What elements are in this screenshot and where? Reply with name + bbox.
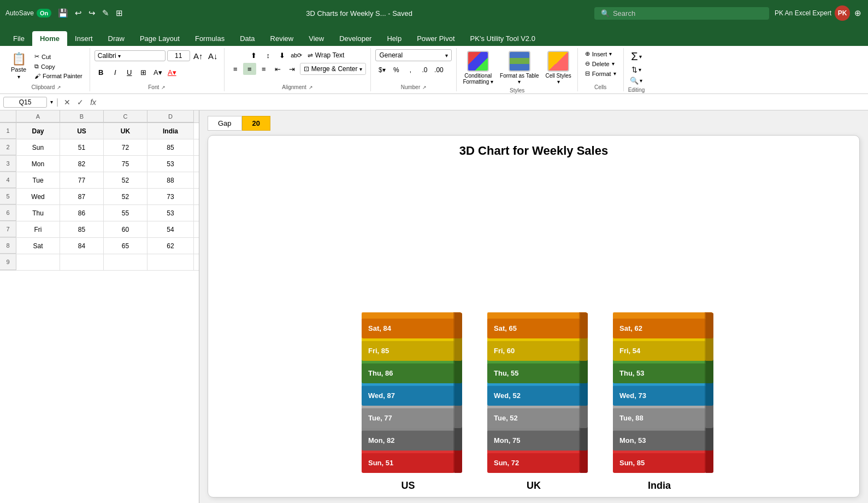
cell-uk-mon[interactable]: 75 bbox=[104, 156, 147, 172]
increase-indent-button[interactable]: ⇥ bbox=[286, 63, 299, 75]
cell-day-tue[interactable]: Tue bbox=[16, 172, 60, 188]
cell-day-sat[interactable]: Sat bbox=[16, 238, 60, 254]
number-format-dropdown[interactable]: General ▾ bbox=[375, 49, 452, 61]
paste-button[interactable]: 📋 Paste ▾ bbox=[8, 51, 29, 81]
tab-file[interactable]: File bbox=[5, 31, 32, 46]
font-expand-icon[interactable]: ↗ bbox=[161, 85, 166, 90]
insert-button[interactable]: ⊕ Insert ▾ bbox=[582, 49, 619, 59]
number-expand-icon[interactable]: ↗ bbox=[422, 85, 427, 90]
font-size-input[interactable]: 11 bbox=[167, 50, 190, 61]
percent-button[interactable]: % bbox=[389, 65, 403, 75]
font-name-dropdown[interactable]: Calibri ▾ bbox=[95, 50, 166, 61]
cell-ref-dropdown-icon[interactable]: ▾ bbox=[50, 99, 53, 105]
font-shrink-button[interactable]: A↓ bbox=[206, 49, 220, 62]
cell-uk-sun[interactable]: 72 bbox=[104, 139, 147, 155]
header-day[interactable]: Day bbox=[16, 123, 60, 139]
gap-tab[interactable]: Gap bbox=[208, 116, 242, 131]
currency-button[interactable]: $▾ bbox=[375, 65, 388, 75]
header-india[interactable]: India bbox=[147, 123, 194, 139]
formula-confirm-button[interactable]: ✓ bbox=[75, 97, 86, 108]
tab-help[interactable]: Help bbox=[379, 31, 409, 46]
find-select-button[interactable]: 🔍 ▾ bbox=[629, 75, 643, 86]
cell-day-fri[interactable]: Fri bbox=[16, 221, 60, 237]
formula-fx-button[interactable]: fx bbox=[88, 97, 98, 108]
cell-uk-fri[interactable]: 60 bbox=[104, 221, 147, 237]
increase-decimal-button[interactable]: .00 bbox=[432, 65, 445, 75]
align-middle-button[interactable]: ↕ bbox=[262, 49, 275, 61]
empty-cell[interactable] bbox=[147, 254, 194, 270]
cell-day-mon[interactable]: Mon bbox=[16, 156, 60, 172]
border-button[interactable]: ⊞ bbox=[137, 66, 150, 79]
cell-india-thu[interactable]: 53 bbox=[147, 205, 194, 221]
align-left-button[interactable]: ≡ bbox=[229, 63, 242, 75]
redo-icon[interactable]: ↪ bbox=[87, 7, 97, 19]
tab-data[interactable]: Data bbox=[232, 31, 262, 46]
user-avatar[interactable]: PK bbox=[835, 5, 850, 21]
merge-center-button[interactable]: ⊡ Merge & Center ▾ bbox=[300, 63, 367, 75]
italic-button[interactable]: I bbox=[109, 66, 122, 79]
cell-reference-box[interactable]: Q15 bbox=[3, 97, 47, 108]
delete-button[interactable]: ⊖ Delete ▾ bbox=[582, 59, 619, 68]
cell-india-fri[interactable]: 54 bbox=[147, 221, 194, 237]
twenty-tab[interactable]: 20 bbox=[242, 116, 270, 131]
cell-us-tue[interactable]: 77 bbox=[60, 172, 104, 188]
cell-day-thu[interactable]: Thu bbox=[16, 205, 60, 221]
format-painter-button[interactable]: 🖌 Format Painter bbox=[32, 72, 85, 80]
cell-india-mon[interactable]: 53 bbox=[147, 156, 194, 172]
undo-icon[interactable]: ↩ bbox=[74, 7, 83, 19]
copy-button[interactable]: ⧉ Copy bbox=[32, 62, 85, 71]
format-as-table-button[interactable]: Format as Table ▾ bbox=[498, 49, 541, 86]
customize-icon[interactable]: ✎ bbox=[101, 7, 110, 19]
align-bottom-button[interactable]: ⬇ bbox=[276, 49, 289, 61]
empty-cell[interactable] bbox=[16, 254, 60, 270]
search-box[interactable]: 🔍 Search bbox=[594, 7, 769, 20]
tab-formulas[interactable]: Formulas bbox=[187, 31, 232, 46]
sum-button[interactable]: Σ ▾ bbox=[630, 49, 642, 64]
cell-us-thu[interactable]: 86 bbox=[60, 205, 104, 221]
tab-review[interactable]: Review bbox=[263, 31, 302, 46]
tab-page-layout[interactable]: Page Layout bbox=[132, 31, 187, 46]
cell-us-wed[interactable]: 87 bbox=[60, 189, 104, 204]
tab-developer[interactable]: Developer bbox=[332, 31, 379, 46]
cell-us-sat[interactable]: 84 bbox=[60, 238, 104, 254]
conditional-formatting-button[interactable]: ConditionalFormatting ▾ bbox=[461, 49, 495, 86]
cell-uk-tue[interactable]: 52 bbox=[104, 172, 147, 188]
header-uk[interactable]: UK bbox=[104, 123, 147, 139]
align-top-button[interactable]: ⬆ bbox=[247, 49, 261, 61]
header-us[interactable]: US bbox=[60, 123, 104, 139]
cell-us-mon[interactable]: 82 bbox=[60, 156, 104, 172]
cell-day-wed[interactable]: Wed bbox=[16, 189, 60, 204]
alignment-expand-icon[interactable]: ↗ bbox=[309, 85, 313, 90]
text-angle-button[interactable]: ab⟳ bbox=[290, 49, 303, 61]
sort-filter-button[interactable]: ⇅ ▾ bbox=[630, 65, 642, 75]
bold-button[interactable]: B bbox=[95, 66, 108, 79]
cell-uk-thu[interactable]: 55 bbox=[104, 205, 147, 221]
comma-button[interactable]: , bbox=[404, 65, 417, 75]
font-color-button[interactable]: A▾ bbox=[166, 66, 179, 79]
decrease-decimal-button[interactable]: .0 bbox=[418, 65, 431, 75]
share-icon[interactable]: ⊕ bbox=[853, 7, 863, 19]
decrease-indent-button[interactable]: ⇤ bbox=[271, 63, 285, 75]
format-button[interactable]: ⊟ Format ▾ bbox=[582, 69, 619, 78]
clipboard-expand-icon[interactable]: ↗ bbox=[57, 85, 61, 90]
empty-cell[interactable] bbox=[104, 254, 147, 270]
tab-power-pivot[interactable]: Power Pivot bbox=[409, 31, 462, 46]
tab-view[interactable]: View bbox=[301, 31, 332, 46]
check-icon[interactable]: ⊞ bbox=[115, 7, 124, 19]
fill-color-button[interactable]: A▾ bbox=[151, 66, 164, 79]
cell-styles-button[interactable]: Cell Styles ▾ bbox=[544, 49, 573, 86]
cell-india-sat[interactable]: 62 bbox=[147, 238, 194, 254]
underline-button[interactable]: U bbox=[123, 66, 136, 79]
align-center-button[interactable]: ≡ bbox=[243, 63, 256, 75]
formula-cancel-button[interactable]: ✕ bbox=[62, 97, 73, 108]
cut-button[interactable]: ✂ Cut bbox=[32, 52, 85, 61]
align-right-button[interactable]: ≡ bbox=[257, 63, 270, 75]
empty-cell[interactable] bbox=[60, 254, 104, 270]
formula-input[interactable] bbox=[102, 97, 865, 107]
tab-home[interactable]: Home bbox=[32, 31, 67, 46]
font-grow-button[interactable]: A↑ bbox=[192, 49, 205, 62]
cell-uk-wed[interactable]: 52 bbox=[104, 189, 147, 204]
cell-us-sun[interactable]: 51 bbox=[60, 139, 104, 155]
cell-india-wed[interactable]: 73 bbox=[147, 189, 194, 204]
save-icon[interactable]: 💾 bbox=[57, 7, 69, 19]
